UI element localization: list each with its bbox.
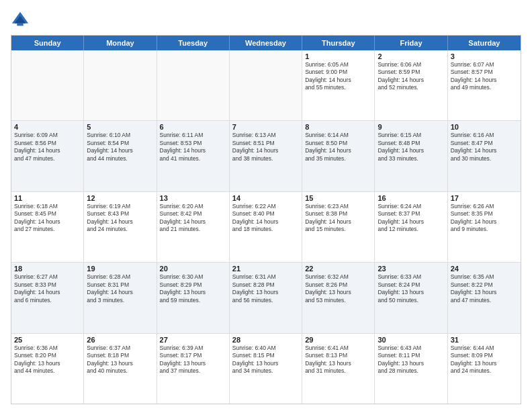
day-info-14: Sunrise: 6:22 AM Sunset: 8:40 PM Dayligh…	[232, 203, 299, 234]
empty-cell	[84, 50, 157, 120]
day-cell-30: 30Sunrise: 6:43 AM Sunset: 8:11 PM Dayli…	[375, 334, 447, 404]
day-number-19: 19	[87, 265, 153, 273]
day-info-6: Sunrise: 6:11 AM Sunset: 8:53 PM Dayligh…	[160, 132, 226, 163]
day-cell-2: 2Sunrise: 6:06 AM Sunset: 8:59 PM Daylig…	[375, 50, 447, 120]
day-cell-23: 23Sunrise: 6:33 AM Sunset: 8:24 PM Dayli…	[375, 263, 447, 332]
day-info-28: Sunrise: 6:40 AM Sunset: 8:15 PM Dayligh…	[232, 345, 299, 375]
day-cell-6: 6Sunrise: 6:11 AM Sunset: 8:53 PM Daylig…	[157, 121, 230, 191]
day-number-30: 30	[378, 336, 444, 344]
day-cell-24: 24Sunrise: 6:35 AM Sunset: 8:22 PM Dayli…	[448, 263, 521, 332]
day-number-24: 24	[451, 265, 518, 273]
day-cell-16: 16Sunrise: 6:24 AM Sunset: 8:37 PM Dayli…	[375, 192, 447, 262]
calendar-row-1: 4Sunrise: 6:09 AM Sunset: 8:56 PM Daylig…	[11, 120, 521, 191]
page: SundayMondayTuesdayWednesdayThursdayFrid…	[0, 0, 532, 411]
calendar-row-2: 11Sunrise: 6:18 AM Sunset: 8:45 PM Dayli…	[11, 191, 521, 262]
empty-cell	[157, 50, 230, 120]
header-day-monday: Monday	[84, 36, 157, 50]
header-day-saturday: Saturday	[448, 36, 521, 50]
day-info-29: Sunrise: 6:41 AM Sunset: 8:13 PM Dayligh…	[305, 345, 371, 375]
day-info-30: Sunrise: 6:43 AM Sunset: 8:11 PM Dayligh…	[378, 345, 444, 375]
day-number-20: 20	[160, 265, 226, 273]
day-number-16: 16	[378, 194, 444, 202]
empty-cell	[230, 50, 302, 120]
day-cell-3: 3Sunrise: 6:07 AM Sunset: 8:57 PM Daylig…	[448, 50, 521, 120]
day-number-4: 4	[14, 123, 81, 131]
day-info-17: Sunrise: 6:26 AM Sunset: 8:35 PM Dayligh…	[451, 203, 518, 234]
day-number-11: 11	[14, 194, 81, 202]
logo-icon	[11, 11, 30, 30]
day-number-26: 26	[87, 336, 153, 344]
day-cell-29: 29Sunrise: 6:41 AM Sunset: 8:13 PM Dayli…	[302, 334, 375, 404]
day-number-13: 13	[160, 194, 226, 202]
header	[11, 11, 521, 30]
day-info-9: Sunrise: 6:15 AM Sunset: 8:48 PM Dayligh…	[378, 132, 444, 163]
day-number-25: 25	[14, 336, 81, 344]
calendar: SundayMondayTuesdayWednesdayThursdayFrid…	[11, 35, 521, 404]
day-number-18: 18	[14, 265, 81, 273]
day-info-8: Sunrise: 6:14 AM Sunset: 8:50 PM Dayligh…	[305, 132, 371, 163]
day-info-13: Sunrise: 6:20 AM Sunset: 8:42 PM Dayligh…	[160, 203, 226, 234]
day-cell-9: 9Sunrise: 6:15 AM Sunset: 8:48 PM Daylig…	[375, 121, 447, 191]
day-cell-5: 5Sunrise: 6:10 AM Sunset: 8:54 PM Daylig…	[84, 121, 157, 191]
day-number-8: 8	[305, 123, 371, 131]
day-number-5: 5	[87, 123, 153, 131]
header-day-friday: Friday	[375, 36, 447, 50]
day-info-23: Sunrise: 6:33 AM Sunset: 8:24 PM Dayligh…	[378, 273, 444, 304]
day-number-2: 2	[378, 52, 444, 60]
day-number-14: 14	[232, 194, 299, 202]
day-number-10: 10	[451, 123, 518, 131]
day-number-27: 27	[160, 336, 226, 344]
calendar-header: SundayMondayTuesdayWednesdayThursdayFrid…	[11, 36, 521, 50]
day-info-15: Sunrise: 6:23 AM Sunset: 8:38 PM Dayligh…	[305, 203, 371, 234]
day-cell-4: 4Sunrise: 6:09 AM Sunset: 8:56 PM Daylig…	[11, 121, 84, 191]
day-cell-11: 11Sunrise: 6:18 AM Sunset: 8:45 PM Dayli…	[11, 192, 84, 262]
logo	[11, 11, 32, 30]
day-number-12: 12	[87, 194, 153, 202]
day-cell-20: 20Sunrise: 6:30 AM Sunset: 8:29 PM Dayli…	[157, 263, 230, 332]
day-info-4: Sunrise: 6:09 AM Sunset: 8:56 PM Dayligh…	[14, 132, 81, 163]
day-cell-31: 31Sunrise: 6:44 AM Sunset: 8:09 PM Dayli…	[448, 334, 521, 404]
day-info-24: Sunrise: 6:35 AM Sunset: 8:22 PM Dayligh…	[451, 273, 518, 304]
day-info-22: Sunrise: 6:32 AM Sunset: 8:26 PM Dayligh…	[305, 273, 371, 304]
day-number-28: 28	[232, 336, 299, 344]
day-cell-27: 27Sunrise: 6:39 AM Sunset: 8:17 PM Dayli…	[157, 334, 230, 404]
day-number-21: 21	[232, 265, 299, 273]
day-info-11: Sunrise: 6:18 AM Sunset: 8:45 PM Dayligh…	[14, 203, 81, 234]
day-cell-1: 1Sunrise: 6:05 AM Sunset: 9:00 PM Daylig…	[302, 50, 375, 120]
day-cell-8: 8Sunrise: 6:14 AM Sunset: 8:50 PM Daylig…	[302, 121, 375, 191]
header-day-wednesday: Wednesday	[230, 36, 302, 50]
day-number-23: 23	[378, 265, 444, 273]
calendar-row-4: 25Sunrise: 6:36 AM Sunset: 8:20 PM Dayli…	[11, 333, 521, 404]
day-number-29: 29	[305, 336, 371, 344]
day-cell-19: 19Sunrise: 6:28 AM Sunset: 8:31 PM Dayli…	[84, 263, 157, 332]
day-number-17: 17	[451, 194, 518, 202]
day-info-21: Sunrise: 6:31 AM Sunset: 8:28 PM Dayligh…	[232, 273, 299, 304]
day-cell-28: 28Sunrise: 6:40 AM Sunset: 8:15 PM Dayli…	[230, 334, 302, 404]
day-info-2: Sunrise: 6:06 AM Sunset: 8:59 PM Dayligh…	[378, 61, 444, 92]
day-cell-18: 18Sunrise: 6:27 AM Sunset: 8:33 PM Dayli…	[11, 263, 84, 332]
day-info-19: Sunrise: 6:28 AM Sunset: 8:31 PM Dayligh…	[87, 273, 153, 304]
day-number-9: 9	[378, 123, 444, 131]
day-cell-12: 12Sunrise: 6:19 AM Sunset: 8:43 PM Dayli…	[84, 192, 157, 262]
day-info-1: Sunrise: 6:05 AM Sunset: 9:00 PM Dayligh…	[305, 61, 371, 92]
day-number-7: 7	[232, 123, 299, 131]
day-info-20: Sunrise: 6:30 AM Sunset: 8:29 PM Dayligh…	[160, 273, 226, 304]
day-info-7: Sunrise: 6:13 AM Sunset: 8:51 PM Dayligh…	[232, 132, 299, 163]
calendar-body: 1Sunrise: 6:05 AM Sunset: 9:00 PM Daylig…	[11, 50, 521, 404]
day-info-16: Sunrise: 6:24 AM Sunset: 8:37 PM Dayligh…	[378, 203, 444, 234]
day-cell-15: 15Sunrise: 6:23 AM Sunset: 8:38 PM Dayli…	[302, 192, 375, 262]
day-cell-26: 26Sunrise: 6:37 AM Sunset: 8:18 PM Dayli…	[84, 334, 157, 404]
day-cell-14: 14Sunrise: 6:22 AM Sunset: 8:40 PM Dayli…	[230, 192, 302, 262]
day-info-12: Sunrise: 6:19 AM Sunset: 8:43 PM Dayligh…	[87, 203, 153, 234]
day-number-1: 1	[305, 52, 371, 60]
day-number-3: 3	[451, 52, 518, 60]
day-info-26: Sunrise: 6:37 AM Sunset: 8:18 PM Dayligh…	[87, 345, 153, 375]
day-cell-22: 22Sunrise: 6:32 AM Sunset: 8:26 PM Dayli…	[302, 263, 375, 332]
day-info-25: Sunrise: 6:36 AM Sunset: 8:20 PM Dayligh…	[14, 345, 81, 375]
day-number-22: 22	[305, 265, 371, 273]
svg-rect-2	[17, 24, 23, 26]
day-cell-17: 17Sunrise: 6:26 AM Sunset: 8:35 PM Dayli…	[448, 192, 521, 262]
day-cell-25: 25Sunrise: 6:36 AM Sunset: 8:20 PM Dayli…	[11, 334, 84, 404]
day-cell-10: 10Sunrise: 6:16 AM Sunset: 8:47 PM Dayli…	[448, 121, 521, 191]
day-info-31: Sunrise: 6:44 AM Sunset: 8:09 PM Dayligh…	[451, 345, 518, 375]
